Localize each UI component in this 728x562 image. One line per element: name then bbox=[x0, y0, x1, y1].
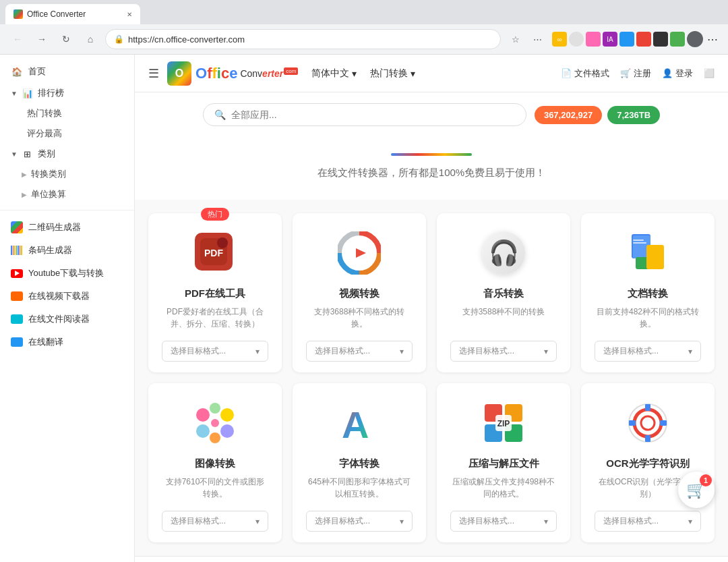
ext-icon-1[interactable]: ∞ bbox=[552, 32, 567, 47]
ext-icon-8[interactable] bbox=[670, 32, 685, 47]
card-desc-image: 支持7610不同的文件或图形转换。 bbox=[162, 476, 268, 500]
browser-tab[interactable]: Office Converter ✕ bbox=[5, 4, 140, 24]
select-chevron-icon-8: ▾ bbox=[688, 517, 692, 526]
svg-point-23 bbox=[196, 424, 210, 438]
card-select-image[interactable]: 选择目标格式... ▾ bbox=[162, 511, 268, 532]
floating-cart-button[interactable]: 🛒 1 bbox=[678, 472, 715, 508]
sidebar-item-top-rated[interactable]: 评分最高 bbox=[0, 123, 134, 144]
video-dl-icon bbox=[11, 290, 23, 302]
hero-section: 在线文件转换器，所有都是100%免费且易于使用！ bbox=[135, 126, 728, 200]
select-chevron-icon-6: ▾ bbox=[400, 517, 404, 526]
card-desc-video: 支持3688种不同格式的转换。 bbox=[306, 306, 413, 330]
login-link[interactable]: 👤 登录 bbox=[662, 67, 693, 80]
back-button[interactable]: ← bbox=[8, 30, 27, 49]
card-select-ocr[interactable]: 选择目标格式... ▾ bbox=[595, 511, 701, 532]
card-select-compress[interactable]: 选择目标格式... ▾ bbox=[450, 511, 557, 532]
stat-badge-size: 7,236TB bbox=[607, 106, 660, 124]
lock-icon: 🔒 bbox=[114, 34, 124, 44]
window-button[interactable]: ⬜ bbox=[704, 68, 715, 78]
svg-rect-18 bbox=[633, 242, 646, 244]
card-desc-font: 645种不同图形和字体格式可以相互转换。 bbox=[306, 476, 413, 500]
reload-button[interactable]: ↻ bbox=[57, 30, 75, 49]
grid-icon: ⊞ bbox=[22, 148, 34, 160]
chevron-down-icon: ▼ bbox=[11, 90, 18, 97]
sidebar-section-categories[interactable]: ▼ ⊞ 类别 bbox=[0, 144, 134, 164]
search-section: 🔍 367,202,927 7,236TB bbox=[135, 92, 728, 126]
font-card-icon: A bbox=[336, 399, 383, 447]
forward-button[interactable]: → bbox=[32, 30, 51, 49]
search-input[interactable] bbox=[231, 109, 515, 120]
logo-converter-group: Convertercom bbox=[240, 68, 298, 79]
logo[interactable]: O Office Convertercom bbox=[167, 61, 298, 86]
sidebar: 🏠 首页 ▼ 📊 排行榜 热门转换 评分最高 ▼ ⊞ 类别 ▶ 转换类别 ▶ 单… bbox=[0, 55, 135, 562]
sidebar-item-translate[interactable]: 在线翻译 bbox=[0, 331, 134, 354]
sidebar-label-rankings: 排行榜 bbox=[38, 87, 64, 99]
sidebar-label-home: 首页 bbox=[28, 65, 46, 78]
tab-close-button[interactable]: ✕ bbox=[127, 11, 132, 18]
ext-icon-5[interactable] bbox=[619, 32, 634, 47]
sidebar-item-hot-convert[interactable]: 热门转换 bbox=[0, 103, 134, 123]
hero-tagline: 在线文件转换器，所有都是100%免费且易于使用！ bbox=[148, 167, 715, 179]
card-pdf[interactable]: 热门 PDF PDF在线工具 PDF爱好者的在线工具（合并 bbox=[148, 213, 282, 372]
card-doc[interactable]: 文档转换 目前支持482种不同的格式转换。 选择目标格式... ▾ bbox=[581, 213, 715, 372]
card-ocr[interactable]: OCR光学字符识别 在线OCR识别（光学字符识别） 选择目标格式... ▾ bbox=[581, 383, 715, 542]
sidebar-item-video-dl[interactable]: 在线视频下载器 bbox=[0, 285, 134, 308]
ext-icon-7[interactable] bbox=[653, 32, 668, 47]
sidebar-label-categories: 类别 bbox=[38, 148, 55, 160]
music-card-icon: 🎧 bbox=[480, 229, 527, 277]
search-icon: 🔍 bbox=[214, 109, 226, 120]
sidebar-label-qr: 二维码生成器 bbox=[28, 221, 81, 233]
card-music[interactable]: 🎧 音乐转换 支持3588种不同的转换 选择目标格式... ▾ bbox=[437, 213, 570, 372]
nav-language-menu[interactable]: 简体中文 ▾ bbox=[311, 65, 357, 82]
nav-menu: 简体中文 ▾ 热门转换 ▾ bbox=[311, 65, 415, 82]
sidebar-divider bbox=[0, 210, 134, 210]
card-video[interactable]: 视频转换 支持3688种不同格式的转换。 选择目标格式... ▾ bbox=[293, 213, 426, 372]
select-chevron-icon-3: ▾ bbox=[544, 347, 548, 356]
browser-toolbar: ← → ↻ ⌂ 🔒 https://cn.office-converter.co… bbox=[0, 24, 728, 54]
card-font[interactable]: A 字体转换 645种不同图形和字体格式可以相互转换。 选择目标格式... bbox=[293, 383, 426, 542]
address-bar[interactable]: 🔒 https://cn.office-converter.com bbox=[105, 29, 501, 49]
browser-chrome: Office Converter ✕ ← → ↻ ⌂ 🔒 https://cn.… bbox=[0, 0, 728, 55]
ext-icon-3[interactable] bbox=[586, 32, 601, 47]
footer: 条款 隐私政策 bbox=[135, 556, 728, 562]
ext-icon-6[interactable] bbox=[636, 32, 651, 47]
card-select-music[interactable]: 选择目标格式... ▾ bbox=[450, 341, 557, 362]
card-select-pdf[interactable]: 选择目标格式... ▾ bbox=[162, 341, 268, 362]
svg-rect-17 bbox=[633, 240, 644, 241]
card-select-doc[interactable]: 选择目标格式... ▾ bbox=[595, 341, 701, 362]
card-select-font[interactable]: 选择目标格式... ▾ bbox=[306, 511, 413, 532]
nav-hot-convert-menu[interactable]: 热门转换 ▾ bbox=[370, 65, 415, 82]
menu-dots-button[interactable]: ⋯ bbox=[705, 32, 720, 47]
sidebar-item-convert-category[interactable]: ▶ 转换类别 bbox=[0, 164, 134, 184]
file-format-link[interactable]: 📄 文件格式 bbox=[561, 67, 609, 80]
more-button[interactable]: ⋯ bbox=[528, 30, 547, 49]
hot-badge: 热门 bbox=[201, 208, 229, 221]
ext-icon-2[interactable] bbox=[569, 32, 584, 47]
card-select-video[interactable]: 选择目标格式... ▾ bbox=[306, 341, 413, 362]
sidebar-item-barcode[interactable]: 条码生成器 bbox=[0, 239, 134, 262]
sidebar-item-home[interactable]: 🏠 首页 bbox=[0, 60, 134, 83]
card-title-compress: 压缩与解压文件 bbox=[450, 457, 557, 470]
profile-button[interactable] bbox=[687, 31, 703, 47]
register-link[interactable]: 🛒 注册 bbox=[620, 67, 651, 80]
translate-icon bbox=[11, 336, 23, 348]
sidebar-label-youtube: Youtube下载与转换 bbox=[28, 267, 104, 279]
bookmark-button[interactable]: ☆ bbox=[506, 30, 525, 49]
select-chevron-icon-7: ▾ bbox=[544, 517, 548, 526]
sidebar-item-unit-calc[interactable]: ▶ 单位换算 bbox=[0, 184, 134, 204]
home-button[interactable]: ⌂ bbox=[81, 30, 100, 49]
sidebar-item-qr[interactable]: 二维码生成器 bbox=[0, 216, 134, 239]
ext-icon-4[interactable]: IA bbox=[603, 32, 617, 47]
svg-text:PDF: PDF bbox=[204, 248, 223, 258]
card-image[interactable]: 图像转换 支持7610不同的文件或图形转换。 选择目标格式... ▾ bbox=[148, 383, 282, 542]
card-desc-music: 支持3588种不同的转换 bbox=[450, 306, 557, 330]
sidebar-section-rankings[interactable]: ▼ 📊 排行榜 bbox=[0, 83, 134, 103]
card-compress[interactable]: ZIP 压缩与解压文件 压缩或解压文件支持498种不同的格式。 选择目标格式..… bbox=[437, 383, 570, 542]
chevron-down-icon-hot: ▾ bbox=[411, 68, 415, 79]
home-icon: 🏠 bbox=[11, 65, 23, 78]
sidebar-item-reader[interactable]: 在线文件阅读器 bbox=[0, 308, 134, 331]
ocr-card-icon bbox=[624, 399, 671, 447]
hamburger-button[interactable]: ☰ bbox=[148, 66, 159, 81]
card-desc-pdf: PDF爱好者的在线工具（合并、拆分、压缩、转换） bbox=[162, 306, 268, 330]
sidebar-item-youtube[interactable]: Youtube下载与转换 bbox=[0, 262, 134, 285]
